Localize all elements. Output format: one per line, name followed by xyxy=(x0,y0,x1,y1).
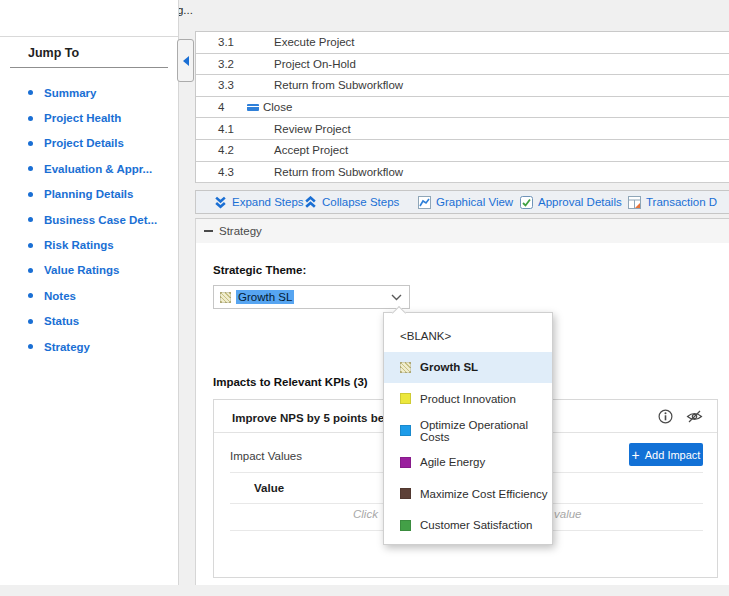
sidebar-item-label: Value Ratings xyxy=(44,264,119,276)
step-name: Execute Project xyxy=(274,36,355,48)
toolbar-label: Approval Details xyxy=(538,196,622,208)
table-row[interactable]: 4.3Return from Subworkflow xyxy=(196,162,729,184)
option-label: Optimize Operational Costs xyxy=(420,419,552,443)
sidebar-item-label: Strategy xyxy=(44,341,90,353)
step-name: Review Project xyxy=(274,123,351,135)
strategic-theme-combobox[interactable]: Growth SL xyxy=(213,285,410,309)
dropdown-option-maximize-cost-efficiency[interactable]: Maximize Cost Efficiency xyxy=(384,478,552,510)
bullet-icon xyxy=(28,344,33,349)
bullet-icon xyxy=(28,243,33,248)
step-name: Accept Project xyxy=(274,144,348,156)
sidebar-item-planning-details[interactable]: Planning Details xyxy=(28,182,157,207)
sidebar-top-divider xyxy=(0,36,178,37)
sidebar-item-label: Summary xyxy=(44,87,96,99)
sidebar-item-label: Business Case Det... xyxy=(44,214,157,226)
sidebar-item-label: Project Health xyxy=(44,112,121,124)
step-name: Return from Subworkflow xyxy=(274,166,403,178)
sidebar-item-summary[interactable]: Summary xyxy=(28,80,157,105)
dropdown-option-customer-satisfaction[interactable]: Customer Satisfaction xyxy=(384,510,552,542)
sidebar-item-label: Risk Ratings xyxy=(44,239,114,251)
bullet-icon xyxy=(28,116,33,121)
impact-values-label: Impact Values xyxy=(230,450,302,462)
toolbar-label: Graphical View xyxy=(436,196,513,208)
plus-icon: + xyxy=(632,448,640,462)
transaction-details-button[interactable]: Transaction D xyxy=(628,191,717,213)
chevron-down-icon xyxy=(391,294,402,301)
strategic-theme-label: Strategic Theme: xyxy=(213,264,306,276)
toolbar-label: Transaction D xyxy=(646,196,717,208)
approval-details-button[interactable]: Approval Details xyxy=(520,191,622,213)
graphical-view-icon xyxy=(418,196,431,209)
option-label: Agile Energy xyxy=(420,456,485,468)
sidebar-item-strategy[interactable]: Strategy xyxy=(28,334,157,359)
toolbar-label: Expand Steps xyxy=(232,196,304,208)
step-number: 4.2 xyxy=(196,144,274,156)
hide-eye-slash-icon[interactable] xyxy=(686,409,703,424)
step-number: 3.2 xyxy=(196,58,274,70)
sidebar-item-project-health[interactable]: Project Health xyxy=(28,105,157,130)
jump-to-divider xyxy=(10,67,168,68)
add-impact-button[interactable]: + Add Impact xyxy=(629,443,703,466)
bullet-icon xyxy=(28,166,33,171)
jump-to-list: Summary Project Health Project Details E… xyxy=(28,80,157,359)
info-icon[interactable] xyxy=(658,409,673,424)
sidebar-item-status[interactable]: Status xyxy=(28,309,157,334)
table-row[interactable]: 4.1Review Project xyxy=(196,118,729,140)
add-impact-label: Add Impact xyxy=(645,449,701,461)
bullet-icon xyxy=(28,217,33,222)
strategic-theme-dropdown: <BLANK> Growth SL Product Innovation Opt… xyxy=(383,312,553,545)
table-row[interactable]: 3.3Return from Subworkflow xyxy=(196,75,729,97)
workflow-steps-table: 3.1Execute Project 3.2Project On-Hold 3.… xyxy=(195,31,729,183)
section-title: Strategy xyxy=(219,225,262,237)
bullet-icon xyxy=(28,293,33,298)
step-number: 4.3 xyxy=(196,166,274,178)
sidebar-item-business-case-details[interactable]: Business Case Det... xyxy=(28,207,157,232)
step-number: 3.1 xyxy=(196,36,274,48)
combobox-selected-value: Growth SL xyxy=(236,290,294,304)
option-color-swatch xyxy=(400,393,411,404)
strategy-section-header[interactable]: Strategy xyxy=(195,218,729,243)
table-row[interactable]: 4 Close xyxy=(196,97,729,119)
graphical-view-button[interactable]: Graphical View xyxy=(418,191,513,213)
step-name: Project On-Hold xyxy=(274,58,356,70)
bullet-icon xyxy=(28,141,33,146)
option-color-swatch xyxy=(400,362,411,373)
sidebar-item-evaluation-approval[interactable]: Evaluation & Appr... xyxy=(28,156,157,181)
empty-row-placeholder-left: Click xyxy=(353,508,378,520)
dropdown-option-growth-sl[interactable]: Growth SL xyxy=(384,352,552,384)
bullet-icon xyxy=(28,192,33,197)
option-color-swatch xyxy=(400,457,411,468)
sidebar-item-project-details[interactable]: Project Details xyxy=(28,131,157,156)
sidebar-item-risk-ratings[interactable]: Risk Ratings xyxy=(28,232,157,257)
workflow-toolbar: Expand Steps Collapse Steps Graphical Vi… xyxy=(195,190,729,214)
step-number: 4 xyxy=(196,101,247,113)
toolbar-label: Collapse Steps xyxy=(322,196,399,208)
kpi-card-title: Improve NPS by 5 points before xyxy=(232,412,406,424)
dropdown-option-agile-energy[interactable]: Agile Energy xyxy=(384,446,552,478)
step-number: 4.1 xyxy=(196,123,274,135)
jump-to-title: Jump To xyxy=(28,46,79,60)
table-row[interactable]: 4.2Accept Project xyxy=(196,140,729,162)
transaction-details-icon xyxy=(628,196,641,209)
collapse-steps-button[interactable]: Collapse Steps xyxy=(304,191,399,213)
expand-steps-button[interactable]: Expand Steps xyxy=(214,191,304,213)
collapse-section-icon xyxy=(204,230,213,232)
step-name: Close xyxy=(263,101,292,113)
dropdown-option-blank[interactable]: <BLANK> xyxy=(384,320,552,352)
sidebar-item-notes[interactable]: Notes xyxy=(28,283,157,308)
sidebar-item-label: Notes xyxy=(44,290,76,302)
sidebar-collapse-handle[interactable] xyxy=(177,39,194,82)
dropdown-option-optimize-operational-costs[interactable]: Optimize Operational Costs xyxy=(384,415,552,447)
option-label: <BLANK> xyxy=(400,330,451,342)
collapse-steps-icon xyxy=(304,196,317,209)
dropdown-option-product-innovation[interactable]: Product Innovation xyxy=(384,383,552,415)
option-label: Growth SL xyxy=(420,361,478,373)
collapse-step-icon[interactable] xyxy=(247,104,259,111)
table-row[interactable]: 3.2Project On-Hold xyxy=(196,54,729,76)
step-number: 3.3 xyxy=(196,79,274,91)
sidebar-item-label: Project Details xyxy=(44,137,124,149)
bullet-icon xyxy=(28,90,33,95)
table-row[interactable]: 3.1Execute Project xyxy=(196,32,729,54)
value-column-header: Value xyxy=(254,482,284,494)
sidebar-item-value-ratings[interactable]: Value Ratings xyxy=(28,258,157,283)
